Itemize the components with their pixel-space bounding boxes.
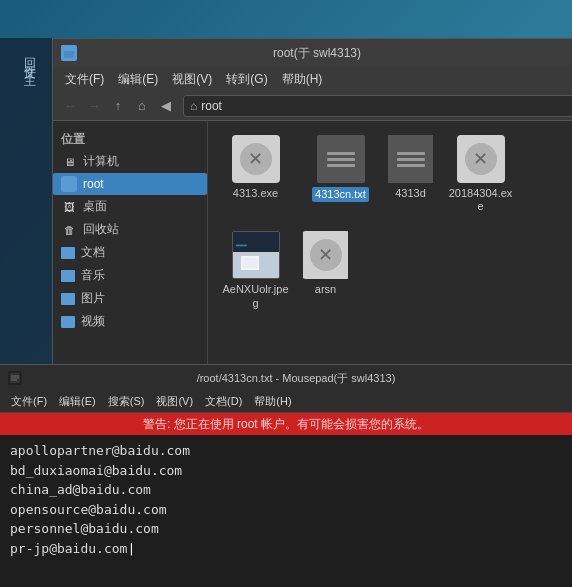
- file-label-jpeg: AeNXUolr.jpeg: [222, 283, 289, 309]
- menu-file[interactable]: 文件(F): [59, 69, 110, 90]
- sidebar-label-computer: 计算机: [83, 153, 119, 170]
- file-manager-title: root(于 swl4313): [273, 45, 361, 62]
- sidebar-item-documents[interactable]: 文档: [53, 241, 207, 264]
- sidebar-item-desktop[interactable]: 🖼 桌面: [53, 195, 207, 218]
- txt-icon-4313d: [388, 135, 433, 183]
- address-text: root: [201, 99, 222, 113]
- forward-button[interactable]: →: [83, 95, 105, 117]
- computer-icon: 🖥: [61, 154, 77, 170]
- file-label-4313cntxt: 4313cn.txt: [312, 187, 369, 202]
- address-bar: ⌂ root: [183, 95, 572, 117]
- file-manager-titlebar: root(于 swl4313): [53, 39, 572, 67]
- exe-icon-20184304: ✕: [457, 135, 505, 183]
- left-panel: 回 文件 主: [0, 38, 58, 373]
- sidebar-section-label: 位置: [53, 127, 207, 150]
- file-manager-toolbar: ← → ↑ ⌂ ◀ ⌂ root: [53, 91, 572, 121]
- editor-line-5: personnel@baidu.com: [10, 519, 562, 539]
- sidebar-label-root: root: [83, 177, 104, 191]
- file-manager-menubar: 文件(F) 编辑(E) 视图(V) 转到(G) 帮助(H): [53, 67, 572, 91]
- sidebar-item-videos[interactable]: 视频: [53, 310, 207, 333]
- jpeg-icon: ▬▬▬: [232, 231, 280, 279]
- back-button[interactable]: ←: [59, 95, 81, 117]
- sidebar-label-desktop: 桌面: [83, 198, 107, 215]
- music-icon: [61, 270, 75, 282]
- file-label-20184304exe: 20184304.exe: [447, 187, 514, 213]
- editor-icon: [8, 371, 22, 385]
- editor-line-1-text: apollopartner@baidu.com: [10, 441, 190, 461]
- file-manager-icon: [61, 45, 77, 61]
- svg-text:▬▬▬: ▬▬▬: [236, 241, 247, 248]
- svg-rect-1: [64, 51, 74, 58]
- sidebar-label-videos: 视频: [81, 313, 105, 330]
- sidebar-item-root[interactable]: root: [53, 173, 207, 195]
- editor-line-5-text: personnel@baidu.com: [10, 519, 159, 539]
- documents-icon: [61, 247, 75, 259]
- editor-title-text: /root/4313cn.txt - Mousepad(于 swl4313): [28, 371, 564, 386]
- pictures-icon: [61, 293, 75, 305]
- editor-content[interactable]: apollopartner@baidu.com bd_duxiaomai@bai…: [0, 435, 572, 564]
- file-label-4313d: 4313d: [395, 187, 426, 200]
- exe-cross-icon: ✕: [248, 148, 263, 170]
- editor-titlebar: /root/4313cn.txt - Mousepad(于 swl4313): [0, 365, 572, 391]
- editor-menu-document[interactable]: 文档(D): [200, 392, 247, 411]
- sidebar-label-pictures: 图片: [81, 290, 105, 307]
- editor-menu-view[interactable]: 视图(V): [151, 392, 198, 411]
- sidebar-label-documents: 文档: [81, 244, 105, 261]
- file-item-4313exe[interactable]: ✕ 4313.exe: [218, 131, 293, 217]
- trash-icon: 🗑: [61, 222, 77, 238]
- editor-menu-file[interactable]: 文件(F): [6, 392, 52, 411]
- sidebar-item-trash[interactable]: 🗑 回收站: [53, 218, 207, 241]
- toggle-button[interactable]: ◀: [155, 95, 177, 117]
- sidebar-label-trash: 回收站: [83, 221, 119, 238]
- menu-edit[interactable]: 编辑(E): [112, 69, 164, 90]
- svg-rect-5: [243, 258, 257, 268]
- file-manager-content: 位置 🖥 计算机 root 🖼 桌面 🗑 回收站 文档: [53, 121, 572, 387]
- sidebar: 位置 🖥 计算机 root 🖼 桌面 🗑 回收站 文档: [53, 121, 208, 387]
- editor-line-2: bd_duxiaomai@baidu.com: [10, 461, 562, 481]
- home-button[interactable]: ⌂: [131, 95, 153, 117]
- address-home-icon: ⌂: [190, 99, 197, 113]
- menu-help[interactable]: 帮助(H): [276, 69, 329, 90]
- file-item-4313cntxt[interactable]: 4313cn.txt: [303, 131, 378, 217]
- file-label-4313exe: 4313.exe: [233, 187, 278, 200]
- up-button[interactable]: ↑: [107, 95, 129, 117]
- editor-menu-edit[interactable]: 编辑(E): [54, 392, 101, 411]
- editor-line-1: apollopartner@baidu.com: [10, 441, 562, 461]
- sidebar-label-music: 音乐: [81, 267, 105, 284]
- warning-text: 警告: 您正在使用 root 帐户。有可能会损害您的系统。: [143, 416, 429, 433]
- exe-icon-arsn: ✕: [303, 231, 348, 279]
- sidebar-item-pictures[interactable]: 图片: [53, 287, 207, 310]
- editor-line-3-text: china_ad@baidu.com: [10, 480, 151, 500]
- sidebar-item-computer[interactable]: 🖥 计算机: [53, 150, 207, 173]
- root-icon: [61, 176, 77, 192]
- editor-line-6: pr-jp@baidu.com: [10, 539, 562, 559]
- file-item-jpeg[interactable]: ▬▬▬ AeNXUolr.jpeg: [218, 227, 293, 313]
- editor-menu-help[interactable]: 帮助(H): [249, 392, 296, 411]
- text-editor-window: /root/4313cn.txt - Mousepad(于 swl4313) 文…: [0, 364, 572, 587]
- warning-bar: 警告: 您正在使用 root 帐户。有可能会损害您的系统。: [0, 413, 572, 435]
- menu-view[interactable]: 视图(V): [166, 69, 218, 90]
- editor-line-4: opensource@baidu.com: [10, 500, 562, 520]
- editor-menubar: 文件(F) 编辑(E) 搜索(S) 视图(V) 文档(D) 帮助(H): [0, 391, 572, 413]
- file-item-20184304exe[interactable]: ✕ 20184304.exe: [443, 131, 518, 217]
- editor-line-6-text: pr-jp@baidu.com: [10, 539, 127, 559]
- file-item-4313d[interactable]: 4313d: [388, 131, 433, 217]
- exe-cross-icon-2: ✕: [473, 148, 488, 170]
- txt-icon-4313cn: [317, 135, 365, 183]
- desktop-icon: 🖼: [61, 199, 77, 215]
- file-manager-window: root(于 swl4313) 文件(F) 编辑(E) 视图(V) 转到(G) …: [52, 38, 572, 388]
- file-area: ✕ 4313.exe 4313cn.txt: [208, 121, 572, 387]
- file-label-arsn: arsn: [315, 283, 336, 296]
- exe-cross-icon-3: ✕: [318, 244, 333, 266]
- editor-line-4-text: opensource@baidu.com: [10, 500, 167, 520]
- exe-icon-4313: ✕: [232, 135, 280, 183]
- videos-icon: [61, 316, 75, 328]
- editor-menu-search[interactable]: 搜索(S): [103, 392, 150, 411]
- editor-line-3: china_ad@baidu.com: [10, 480, 562, 500]
- menu-go[interactable]: 转到(G): [220, 69, 273, 90]
- file-item-arsn[interactable]: ✕ arsn: [303, 227, 348, 313]
- editor-line-2-text: bd_duxiaomai@baidu.com: [10, 461, 182, 481]
- sidebar-item-music[interactable]: 音乐: [53, 264, 207, 287]
